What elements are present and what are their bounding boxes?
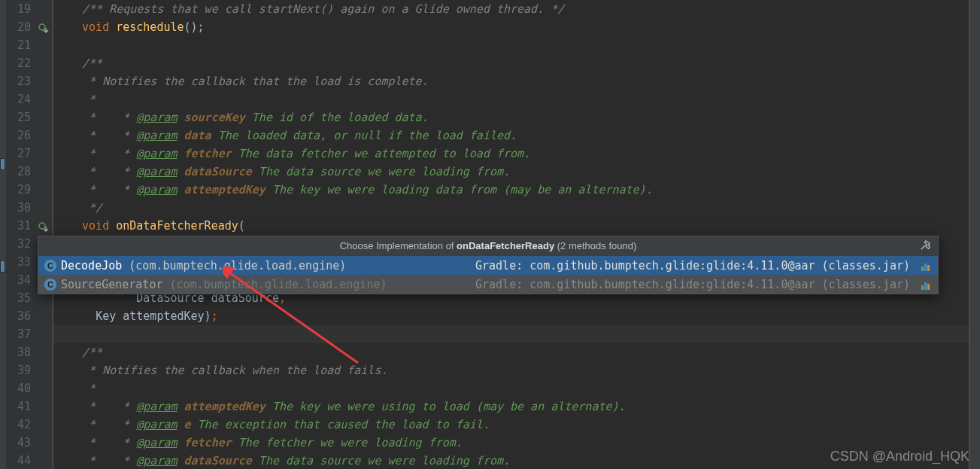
code-line: * Notifies the callback when the load fa… [53,361,969,379]
method-name: reschedule [116,20,184,34]
code-plain: ( [238,219,245,233]
overrides-icon[interactable] [38,220,49,230]
param-name: attemptedKey [177,183,265,196]
comment-marker: * [102,147,136,160]
comment-marker: * [102,400,136,413]
watermark: CSDN @Android_HQK [830,449,969,464]
param-desc: The data source we were loading from. [252,165,510,178]
popup-row-name: SourceGenerator (com.bumptech.glide.load… [61,278,387,291]
comment-marker: * [102,183,136,196]
comment-marker: * [102,418,136,431]
code-line: * * @param attemptedKey The key we were … [53,181,969,199]
line-number: 26 [6,126,52,145]
comment-text: * [89,93,96,106]
param-name: attemptedKey [177,400,265,413]
line-number: 22 [6,54,52,72]
code-area[interactable]: /** Requests that we call startNext() ag… [53,0,969,469]
pin-icon[interactable] [920,240,930,253]
javadoc-tag: @param [136,147,177,160]
line-number: 21 [6,36,52,54]
implementations-popup: Choose Implementation of onDataFetcherRe… [38,236,939,294]
line-number: 36 [6,307,52,325]
line-number: 24 [6,90,52,108]
line-number: 31 [6,217,52,235]
javadoc-tag: @param [136,111,177,124]
popup-title-pre: Choose Implementation of [340,240,457,251]
javadoc-tag: @param [136,129,177,142]
line-number: 38 [6,343,52,361]
javadoc-tag: @param [136,436,177,449]
line-number: 25 [6,108,52,126]
comment-text: */ [89,201,102,215]
library-icon [921,260,932,271]
overrides-icon[interactable] [38,21,49,32]
param-name: fetcher [177,147,232,160]
popup-row-sourcegenerator[interactable]: C SourceGenerator (com.bumptech.glide.lo… [38,275,938,294]
param-name: sourceKey [177,111,245,124]
param-name: data [177,129,211,142]
param-desc: The exception that caused the load to fa… [191,418,490,431]
line-number: 43 [6,434,52,452]
comment-text: /** [82,346,102,359]
line-number: 23 [6,72,52,90]
code-line: * * @param data The loaded data, or null… [53,126,969,145]
code-line: * [53,90,969,108]
line-number: 30 [6,199,52,217]
method-name: onDataFetcherReady [116,219,238,233]
line-number: 20 [6,18,52,36]
code-line: * * @param dataSource The data source we… [53,163,969,181]
punct: ; [211,309,218,323]
code-line: * [53,379,969,397]
popup-title-post: (2 methods found) [554,240,636,251]
line-number: 28 [6,163,52,181]
code-line: /** [53,54,969,72]
javadoc-tag: @param [136,400,177,413]
comment-marker: * [102,165,136,178]
popup-row-location: Gradle: com.github.bumptech.glide:glide:… [475,278,917,291]
popup-row-decodejob[interactable]: C DecodeJob (com.bumptech.glide.load.eng… [38,256,938,275]
line-number: 39 [6,361,52,379]
code-line-highlight [53,325,969,343]
param-desc: The id of the loaded data. [245,111,429,124]
editor-root: 1920212223242526272829303132333435363738… [0,0,980,469]
comment-text: * Notifies the callback when the load fa… [89,364,387,377]
code-line: /** Requests that we call startNext() ag… [53,0,969,18]
param-name: dataSource [177,454,252,467]
comment-text: * [89,382,96,395]
param-name: dataSource [177,165,252,178]
javadoc-tag: @param [136,418,177,431]
keyword: void [82,219,116,233]
activity-marker [0,260,5,273]
code-line [53,36,969,54]
comment-marker: * [102,129,136,142]
error-stripe[interactable] [969,0,980,469]
line-number: 37 [6,325,52,343]
comment-text: /** [82,56,102,70]
param-desc: The data source we were loading from. [252,454,510,467]
code-line: Key attemptedKey); [53,307,969,325]
code-plain: Key attemptedKey) [96,309,211,323]
javadoc-tag: @param [136,454,177,467]
activity-bar [0,0,6,469]
line-number: 29 [6,181,52,199]
class-icon: C [44,260,56,272]
code-line: void onDataFetcherReady( [53,217,969,235]
line-number: 19 [6,0,52,18]
line-number: 44 [6,452,52,469]
popup-title-method: onDataFetcherReady [457,240,554,251]
keyword: void [82,20,116,34]
popup-row-location: Gradle: com.github.bumptech.glide:glide:… [475,259,917,273]
svg-point-1 [39,223,45,229]
param-desc: The loaded data, or null if the load fai… [211,129,517,142]
param-name: e [177,418,191,431]
activity-marker [0,158,5,170]
javadoc-tag: @param [136,183,177,196]
comment-marker: * [102,436,136,449]
code-line: * * @param fetcher The data fetcher we a… [53,145,969,163]
param-desc: The fetcher we were loading from. [232,436,463,449]
comment-marker: * [102,454,136,467]
popup-row-name: DecodeJob (com.bumptech.glide.load.engin… [61,259,346,273]
code-line: */ [53,199,969,217]
line-number: 27 [6,145,52,163]
code-line: * Notifies the callback that the load is… [53,72,969,90]
